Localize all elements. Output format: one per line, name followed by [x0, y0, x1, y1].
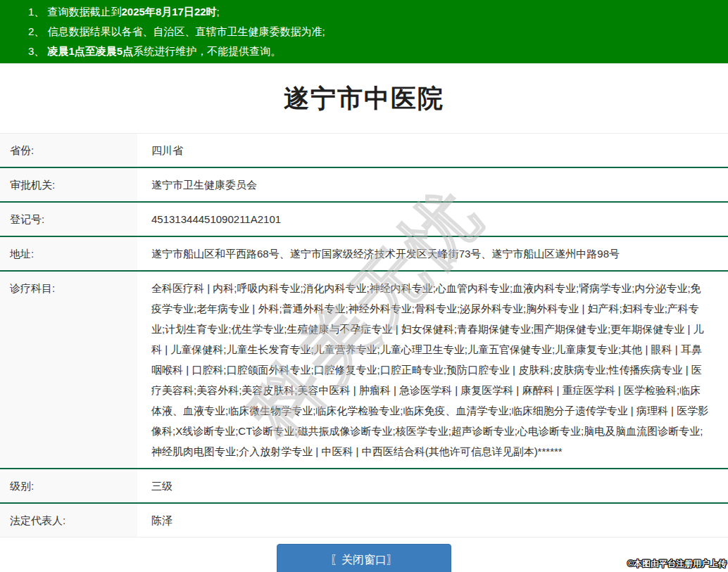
table-row: 登记号:45131344451090211A2101	[0, 201, 728, 236]
table-row: 审批机关:遂宁市卫生健康委员会	[0, 167, 728, 201]
row-value: 三级	[137, 469, 728, 502]
row-label: 级别:	[0, 469, 137, 502]
notice-text: ;	[217, 6, 220, 18]
row-value: 遂宁市卫生健康委员会	[137, 168, 728, 201]
row-value: 45131344451090211A2101	[137, 203, 728, 236]
notice-item: 2、 信息数据结果以各省、自治区、直辖市卫生健康委数据为准;	[28, 22, 721, 42]
notice-text: 3、	[28, 45, 48, 57]
notice-highlight: 2025年8月17日22时	[122, 6, 217, 18]
row-value: 陈泽	[137, 504, 728, 537]
row-value: 遂宁市船山区和平西路68号、遂宁市国家级经济技术开发区天峰街73号、遂宁市船山区…	[137, 237, 728, 270]
details-table: 省份:四川省审批机关:遂宁市卫生健康委员会登记号:451313444510902…	[0, 133, 728, 538]
table-row: 级别:三级	[0, 468, 728, 502]
notice-item: 3、 凌晨1点至凌晨5点系统进行维护，不能提供查询。	[28, 42, 721, 61]
notice-banner: 1、 查询数据截止到2025年8月17日22时;2、 信息数据结果以各省、自治区…	[0, 0, 728, 63]
notice-item: 1、 查询数据截止到2025年8月17日22时;	[28, 2, 721, 22]
row-label: 省份:	[0, 134, 137, 167]
notice-highlight: 凌晨1点至凌晨5点	[48, 45, 134, 57]
row-label: 法定代表人:	[0, 504, 137, 537]
close-button-area: 〖关闭窗口〗	[0, 544, 728, 572]
row-value: 全科医疗科 | 内科;呼吸内科专业;消化内科专业;神经内科专业;心血管内科专业;…	[137, 272, 728, 468]
row-label: 审批机关:	[0, 168, 137, 201]
notice-text: 2、 信息数据结果以各省、自治区、直辖市卫生健康委数据为准;	[28, 25, 325, 37]
row-value: 四川省	[137, 134, 728, 167]
table-row: 法定代表人:陈泽	[0, 502, 728, 538]
notice-text: 系统进行维护，不能提供查询。	[133, 45, 281, 57]
page-title: 遂宁市中医院	[0, 63, 728, 133]
table-row: 诊疗科目:全科医疗科 | 内科;呼吸内科专业;消化内科专业;神经内科专业;心血管…	[0, 270, 728, 468]
row-label: 地址:	[0, 237, 137, 270]
notice-text: 1、 查询数据截止到	[28, 6, 122, 18]
notice-list: 1、 查询数据截止到2025年8月17日22时;2、 信息数据结果以各省、自治区…	[28, 2, 721, 61]
row-label: 诊疗科目:	[0, 272, 137, 468]
table-row: 地址:遂宁市船山区和平西路68号、遂宁市国家级经济技术开发区天峰街73号、遂宁市…	[0, 236, 728, 270]
row-label: 登记号:	[0, 203, 137, 236]
close-window-button[interactable]: 〖关闭窗口〗	[277, 544, 451, 572]
footer-upload-note: ©本图由平台注册用户上传	[627, 558, 727, 570]
table-row: 省份:四川省	[0, 133, 728, 167]
